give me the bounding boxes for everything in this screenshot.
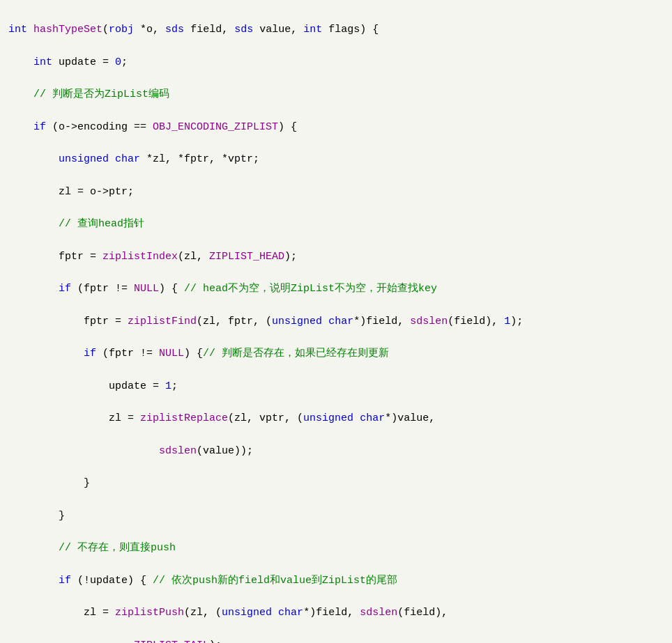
line-14: sdslen(value)); [8, 443, 664, 459]
line-4: if (o->encoding == OBJ_ENCODING_ZIPLIST)… [8, 119, 664, 135]
line-17: // 不存在，则直接push [8, 540, 664, 556]
line-15: } [8, 475, 664, 491]
line-1: int hashTypeSet(robj *o, sds field, sds … [8, 22, 664, 38]
line-5: unsigned char *zl, *fptr, *vptr; [8, 151, 664, 167]
code-container: int hashTypeSet(robj *o, sds field, sds … [8, 6, 664, 643]
line-3: // 判断是否为ZipList编码 [8, 86, 664, 102]
line-12: update = 1; [8, 378, 664, 394]
line-6: zl = o->ptr; [8, 184, 664, 200]
line-8: fptr = ziplistIndex(zl, ZIPLIST_HEAD); [8, 249, 664, 265]
line-19: zl = ziplistPush(zl, (unsigned char*)fie… [8, 605, 664, 621]
line-7: // 查询head指针 [8, 216, 664, 232]
line-2: int update = 0; [8, 54, 664, 70]
line-20: ZIPLIST_TAIL); [8, 637, 664, 643]
line-11: if (fptr != NULL) {// 判断是否存在，如果已经存在则更新 [8, 346, 664, 362]
line-10: fptr = ziplistFind(zl, fptr, (unsigned c… [8, 313, 664, 330]
line-16: } [8, 508, 664, 524]
line-18: if (!update) { // 依次push新的field和value到Zi… [8, 573, 664, 589]
line-13: zl = ziplistReplace(zl, vptr, (unsigned … [8, 410, 664, 426]
line-9: if (fptr != NULL) { // head不为空，说明ZipList… [8, 281, 664, 297]
